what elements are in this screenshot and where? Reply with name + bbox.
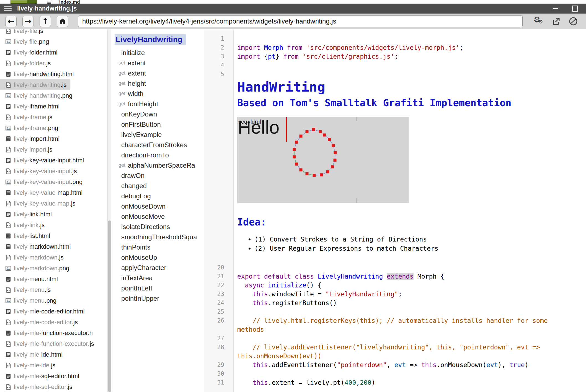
maximize-button[interactable] — [569, 2, 581, 15]
file-item[interactable]: lively-menu.png — [0, 295, 60, 306]
outline-item[interactable]: getalphaNumberSpaceRa — [111, 160, 204, 170]
file-item[interactable]: lively-mle-sql-editor.html — [0, 371, 82, 381]
back-button[interactable]: ← — [5, 16, 17, 27]
settings-gears-icon[interactable]: ⚙⚙ — [533, 15, 545, 27]
file-item[interactable]: lively-mle-ide.js — [0, 360, 59, 371]
file-item[interactable]: lively-markdown.js — [0, 252, 67, 263]
outline-item[interactable]: initialize — [111, 48, 204, 58]
code-line[interactable]: 24 this.registerButtons() — [204, 298, 586, 307]
outline-item[interactable]: applyCharacter — [111, 263, 204, 273]
code-line[interactable]: 26 // lively.html.registerKeys(this); //… — [204, 316, 586, 334]
code-line[interactable]: 31 this.extent = lively.pt(400,200) — [204, 378, 586, 387]
file-item[interactable]: lively-mle-code-editor.html — [0, 306, 88, 317]
code-line[interactable]: 30 — [204, 369, 586, 378]
outline-item[interactable]: setextent — [111, 58, 204, 68]
outline-item[interactable]: changed — [111, 181, 204, 191]
outline-item[interactable]: onKeyDown — [111, 109, 204, 119]
outline-item[interactable]: getfontHeight — [111, 99, 204, 109]
block-icon[interactable] — [567, 15, 579, 27]
outline-item[interactable]: isolateDirections — [111, 222, 204, 232]
file-item[interactable]: lively-iframe.html — [0, 101, 63, 112]
file-item[interactable]: lively-mle-function-executor.h — [0, 328, 96, 338]
code-line[interactable]: 1 — [204, 34, 586, 43]
file-item[interactable]: lively-mle-ide.html — [0, 349, 66, 360]
code-line[interactable]: 27 — [204, 334, 586, 343]
file-item[interactable]: lively-handwriting.png — [0, 90, 76, 101]
outline-item[interactable]: onMouseMove — [111, 211, 204, 222]
file-item[interactable]: lively-import.html — [0, 133, 63, 144]
file-item[interactable]: lively-markdown.png — [0, 263, 73, 274]
outline-item[interactable]: getwidth — [111, 89, 204, 99]
url-input[interactable] — [78, 15, 523, 27]
outline-item[interactable]: thinPoints — [111, 242, 204, 252]
file-name: mport.html — [31, 135, 60, 142]
background-window-titlebar[interactable]: index.md — [0, 0, 586, 4]
file-name-prefix: lively-key-value-input — [14, 178, 71, 186]
file-item[interactable]: lively-key-value-map.html — [0, 187, 86, 198]
open-external-icon[interactable] — [550, 15, 562, 27]
hamburger-menu-icon[interactable] — [4, 5, 12, 12]
file-item[interactable]: lively-menu.html — [0, 274, 61, 284]
minimize-button[interactable] — [549, 2, 562, 15]
file-item[interactable]: lively-file.png — [0, 36, 52, 47]
file-item[interactable]: lively-list.html — [0, 230, 53, 241]
sidebar-scrollbar-thumb[interactable] — [108, 220, 111, 392]
line-number: 24 — [204, 298, 234, 307]
code-line[interactable]: 4 — [204, 61, 586, 70]
outline-item[interactable]: livelyExample — [111, 129, 204, 140]
outline-item[interactable]: getheight — [111, 78, 204, 89]
outline-item[interactable]: smoothingThresholdSqua — [111, 232, 204, 242]
outline-item[interactable]: drawOn — [111, 170, 204, 181]
file-item[interactable]: lively-iframe.png — [0, 123, 61, 133]
code-line[interactable]: 22 async initialize() { — [204, 281, 586, 290]
outline-item[interactable]: pointInUpper — [111, 293, 204, 303]
outline-item[interactable]: getextent — [111, 68, 204, 78]
outline-item[interactable]: onMouseUp — [111, 252, 204, 263]
home-button[interactable] — [57, 16, 68, 27]
token-str: 'src/components/widgets/lively-morph.js' — [306, 44, 459, 51]
code-line[interactable]: 5 — [204, 70, 586, 79]
code-line[interactable]: 28 // lively.addEventListener("livelyhan… — [204, 343, 586, 360]
code-line[interactable]: 21export default class LivelyHandwriting… — [204, 272, 586, 281]
outline-item[interactable]: directionFromTo — [111, 150, 204, 160]
code-line[interactable]: 29 this.addEventListener("pointerdown", … — [204, 360, 586, 369]
file-item[interactable]: lively-file.js — [0, 29, 47, 36]
file-name-prefix: lively-menu — [14, 297, 45, 304]
outline-item[interactable]: characterFromStrokes — [111, 140, 204, 150]
file-item[interactable]: lively-link.html — [0, 209, 55, 220]
file-item[interactable]: lively-folder.html — [0, 47, 61, 58]
file-item[interactable]: lively-markdown.html — [0, 241, 74, 252]
code-editor[interactable]: 12import Morph from 'src/components/widg… — [204, 29, 586, 392]
outline-class-title[interactable]: LivelyHandwriting — [115, 34, 186, 45]
outline-item[interactable]: inTextArea — [111, 273, 204, 283]
file-item[interactable]: lively-folder.js — [0, 58, 54, 69]
handwriting-demo-canvas[interactable]: seq=ldrul Hello — [237, 117, 409, 203]
outline-item-label: applyCharacter — [121, 264, 166, 272]
outline-item[interactable]: pointInLeft — [111, 283, 204, 293]
sidebar-scrollbar[interactable] — [107, 29, 111, 392]
code-line[interactable]: 2import Morph from 'src/components/widge… — [204, 43, 586, 52]
outline-item[interactable]: debugLog — [111, 191, 204, 201]
file-item[interactable]: lively-key-value-input.js — [0, 166, 80, 176]
code-line[interactable]: 25 — [204, 307, 586, 316]
code-line[interactable]: 20 — [204, 263, 586, 272]
file-item[interactable]: lively-link.js — [0, 220, 48, 230]
up-button[interactable]: ↑ — [40, 16, 51, 27]
file-item[interactable]: lively-mle-code-editor.js — [0, 317, 81, 328]
file-item[interactable]: lively-mle-function-executor.js — [0, 338, 97, 349]
outline-item[interactable]: onMouseDown — [111, 201, 204, 211]
file-item-selected[interactable]: lively-handwriting.js — [0, 79, 70, 90]
file-item[interactable]: lively-key-value-map.js — [0, 198, 79, 209]
outline-item[interactable]: onFirstButton — [111, 119, 204, 129]
code-lines-top: 12import Morph from 'src/components/widg… — [204, 34, 586, 79]
file-item[interactable]: lively-iframe.js — [0, 112, 56, 123]
file-item[interactable]: lively-menu.js — [0, 284, 54, 295]
code-line[interactable]: 3import {pt} from 'src/client/graphics.j… — [204, 52, 586, 61]
forward-button[interactable]: → — [22, 16, 34, 27]
file-item[interactable]: lively-handwriting.html — [0, 69, 77, 79]
code-line[interactable]: 23 this.windowTitle = "LivelyHandwriting… — [204, 290, 586, 298]
file-item[interactable]: lively-key-value-input.html — [0, 155, 87, 166]
file-item[interactable]: lively-mle-sql-editor.js — [0, 381, 76, 392]
file-item[interactable]: lively-import.js — [0, 144, 56, 155]
file-item[interactable]: lively-key-value-input.png — [0, 176, 86, 187]
